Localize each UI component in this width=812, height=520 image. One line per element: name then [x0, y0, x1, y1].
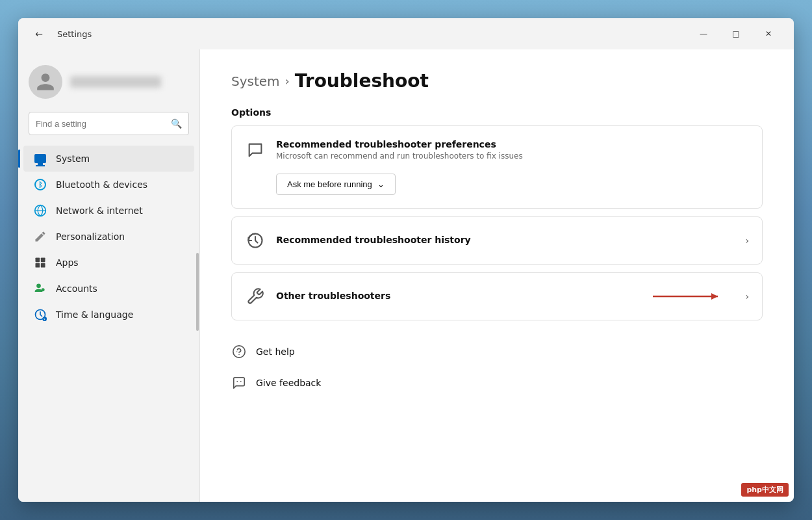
- recommended-history-title: Recommended troubleshooter history: [276, 235, 735, 245]
- maximize-button[interactable]: □: [721, 23, 751, 44]
- get-help-link[interactable]: Get help: [231, 336, 763, 367]
- search-input[interactable]: [36, 119, 171, 129]
- window-title: Settings: [57, 29, 92, 39]
- sidebar-item-label: Time & language: [56, 309, 133, 320]
- breadcrumb: System › Troubleshoot: [231, 70, 763, 92]
- svg-rect-0: [36, 258, 40, 263]
- sidebar-item-apps[interactable]: Apps: [23, 250, 194, 276]
- svg-marker-9: [711, 293, 718, 300]
- breadcrumb-separator: ›: [285, 74, 290, 88]
- title-bar: ← Settings — □ ✕: [18, 18, 794, 49]
- recommended-prefs-card: Recommended troubleshooter preferences M…: [231, 125, 763, 209]
- apps-icon: [34, 256, 47, 269]
- system-icon: [34, 152, 47, 165]
- speech-bubble-icon: [245, 140, 266, 161]
- feedback-icon: [231, 375, 247, 391]
- search-icon[interactable]: 🔍: [171, 118, 182, 129]
- sidebar-item-network[interactable]: Network & internet: [23, 198, 194, 224]
- minimize-button[interactable]: —: [689, 23, 718, 44]
- wrench-icon: [245, 286, 266, 307]
- sidebar: 🔍 System ᛒ Bluetooth & devices: [18, 49, 200, 502]
- user-icon: [35, 72, 56, 92]
- watermark: php中文网: [741, 483, 789, 497]
- sidebar-item-label: Apps: [56, 257, 79, 268]
- chevron-down-icon: ⌄: [377, 179, 385, 189]
- sidebar-item-time[interactable]: Time & language: [23, 302, 194, 328]
- recommended-prefs-title: Recommended troubleshooter preferences: [276, 139, 749, 150]
- main-panel: System › Troubleshoot Options Recommende…: [200, 49, 794, 502]
- red-arrow-annotation: [646, 289, 724, 304]
- accounts-icon: [34, 282, 47, 295]
- give-feedback-label: Give feedback: [256, 378, 321, 388]
- svg-point-12: [236, 381, 238, 382]
- svg-point-4: [36, 284, 41, 289]
- svg-point-10: [233, 346, 245, 358]
- scrollbar-thumb[interactable]: [196, 253, 199, 331]
- chevron-right-icon: ›: [745, 235, 749, 246]
- recommended-history-text: Recommended troubleshooter history: [276, 235, 735, 247]
- sidebar-item-label: Bluetooth & devices: [56, 179, 147, 190]
- svg-rect-2: [36, 263, 40, 268]
- bottom-links: Get help Give feedback: [231, 336, 763, 398]
- chevron-right-icon: ›: [745, 291, 749, 302]
- back-button[interactable]: ←: [29, 23, 49, 44]
- give-feedback-link[interactable]: Give feedback: [231, 367, 763, 398]
- other-troubleshooters-card: Other troubleshooters ›: [231, 272, 763, 320]
- sidebar-item-accounts[interactable]: Accounts: [23, 276, 194, 302]
- close-button[interactable]: ✕: [754, 23, 783, 44]
- sidebar-item-label: Network & internet: [56, 205, 143, 216]
- help-circle-icon: [231, 344, 247, 359]
- recommended-history-row[interactable]: Recommended troubleshooter history ›: [232, 217, 762, 264]
- svg-point-13: [240, 381, 242, 382]
- other-troubleshooters-title: Other troubleshooters: [276, 291, 636, 301]
- breadcrumb-current: Troubleshoot: [295, 70, 429, 92]
- sidebar-item-label: System: [56, 153, 90, 164]
- sidebar-item-label: Personalization: [56, 231, 125, 242]
- other-troubleshooters-row[interactable]: Other troubleshooters ›: [232, 273, 762, 320]
- breadcrumb-parent[interactable]: System: [231, 73, 280, 89]
- sidebar-item-label: Accounts: [56, 283, 97, 294]
- section-label: Options: [231, 107, 763, 118]
- content-area: 🔍 System ᛒ Bluetooth & devices: [18, 49, 794, 502]
- user-profile[interactable]: [18, 60, 199, 112]
- recommended-prefs-row[interactable]: Recommended troubleshooter preferences M…: [232, 126, 762, 174]
- settings-window: ← Settings — □ ✕ �: [18, 18, 794, 502]
- window-controls: — □ ✕: [689, 23, 783, 44]
- time-icon: [34, 308, 47, 321]
- dropdown-area: Ask me before running ⌄: [232, 174, 762, 208]
- svg-rect-3: [41, 263, 45, 268]
- personalization-icon: [34, 230, 47, 243]
- user-name: [70, 76, 161, 88]
- sidebar-item-bluetooth[interactable]: ᛒ Bluetooth & devices: [23, 172, 194, 198]
- recommended-history-card: Recommended troubleshooter history ›: [231, 216, 763, 265]
- svg-rect-1: [41, 258, 45, 263]
- recommended-prefs-desc: Microsoft can recommend and run troubles…: [276, 151, 749, 161]
- scrollbar-track: [196, 49, 199, 502]
- sidebar-item-system[interactable]: System: [23, 146, 194, 172]
- network-icon: [34, 204, 47, 217]
- avatar: [29, 65, 62, 99]
- other-troubleshooters-text: Other troubleshooters: [276, 291, 636, 303]
- recommended-prefs-text: Recommended troubleshooter preferences M…: [276, 139, 749, 161]
- bluetooth-icon: ᛒ: [34, 178, 47, 191]
- dropdown-value: Ask me before running: [287, 179, 372, 189]
- get-help-label: Get help: [256, 346, 295, 357]
- history-icon: [245, 230, 266, 251]
- svg-point-11: [238, 354, 239, 355]
- sidebar-item-personalization[interactable]: Personalization: [23, 224, 194, 250]
- search-box[interactable]: 🔍: [29, 112, 189, 135]
- troubleshooter-dropdown[interactable]: Ask me before running ⌄: [276, 174, 396, 195]
